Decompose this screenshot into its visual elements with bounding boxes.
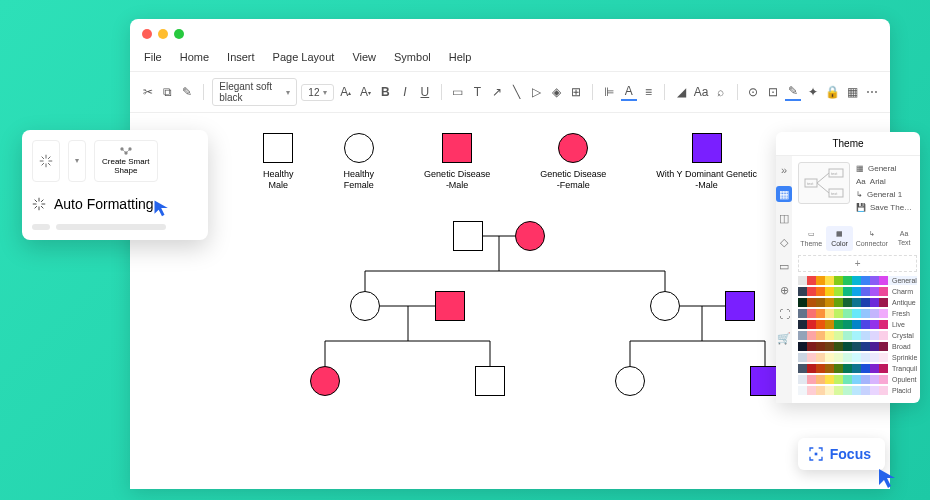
color-swatch[interactable]	[834, 364, 843, 373]
color-swatch[interactable]	[870, 342, 879, 351]
color-swatch[interactable]	[861, 386, 870, 395]
color-swatch[interactable]	[861, 331, 870, 340]
menu-view[interactable]: View	[352, 51, 376, 63]
menu-help[interactable]: Help	[449, 51, 472, 63]
color-swatch[interactable]	[861, 342, 870, 351]
color-swatch[interactable]	[879, 287, 888, 296]
color-swatch[interactable]	[879, 309, 888, 318]
minimize-window-button[interactable]	[158, 29, 168, 39]
color-swatch[interactable]	[870, 309, 879, 318]
group-icon[interactable]: ⊞	[568, 83, 584, 101]
menu-insert[interactable]: Insert	[227, 51, 255, 63]
export-icon[interactable]: ⊡	[765, 83, 781, 101]
color-swatch[interactable]	[798, 320, 807, 329]
menu-file[interactable]: File	[144, 51, 162, 63]
create-smart-shape-button[interactable]: Create Smart Shape	[94, 140, 158, 182]
menu-symbol[interactable]: Symbol	[394, 51, 431, 63]
color-swatch[interactable]	[870, 287, 879, 296]
color-swatch[interactable]	[843, 375, 852, 384]
color-swatch[interactable]	[843, 320, 852, 329]
focus-callout[interactable]: Focus	[798, 438, 885, 470]
color-swatch[interactable]	[798, 375, 807, 384]
color-swatch[interactable]	[843, 364, 852, 373]
lock-icon[interactable]: 🔒	[825, 83, 841, 101]
font-style-icon[interactable]: Aa	[693, 83, 709, 101]
store-tab-icon[interactable]: 🛒	[776, 330, 792, 346]
color-swatch[interactable]	[870, 331, 879, 340]
auto-formatting-button[interactable]: Auto Formatting	[32, 192, 198, 216]
swatch-row[interactable]: Sprinkle	[798, 353, 917, 362]
color-swatch[interactable]	[807, 298, 816, 307]
close-window-button[interactable]	[142, 29, 152, 39]
color-swatch[interactable]	[870, 364, 879, 373]
color-swatch[interactable]	[825, 342, 834, 351]
color-swatch[interactable]	[852, 375, 861, 384]
color-swatch[interactable]	[825, 309, 834, 318]
theme-item-general[interactable]: ▦General	[856, 162, 917, 175]
theme-item-arial[interactable]: AaArial	[856, 175, 917, 188]
color-swatch[interactable]	[861, 276, 870, 285]
color-swatch[interactable]	[843, 342, 852, 351]
color-swatch[interactable]	[852, 287, 861, 296]
pedigree-node-female-affected[interactable]	[310, 366, 340, 396]
color-swatch[interactable]	[870, 386, 879, 395]
color-swatch[interactable]	[834, 331, 843, 340]
color-swatch[interactable]	[807, 320, 816, 329]
add-theme-button[interactable]: +	[798, 255, 917, 272]
color-swatch[interactable]	[816, 353, 825, 362]
color-swatch[interactable]	[870, 375, 879, 384]
pedigree-node-female[interactable]	[650, 291, 680, 321]
color-swatch[interactable]	[798, 298, 807, 307]
color-swatch[interactable]	[798, 287, 807, 296]
swatch-row[interactable]: Fresh	[798, 309, 917, 318]
color-swatch[interactable]	[834, 353, 843, 362]
color-swatch[interactable]	[843, 309, 852, 318]
color-swatch[interactable]	[816, 320, 825, 329]
font-size-select[interactable]: 12▾	[301, 84, 333, 101]
copy-icon[interactable]: ⧉	[160, 83, 176, 101]
collapse-icon[interactable]: »	[776, 162, 792, 178]
color-swatch[interactable]	[807, 287, 816, 296]
italic-icon[interactable]: I	[397, 83, 413, 101]
color-swatch[interactable]	[879, 276, 888, 285]
swatch-row[interactable]: Antique	[798, 298, 917, 307]
color-swatch[interactable]	[807, 375, 816, 384]
color-swatch[interactable]	[816, 342, 825, 351]
color-swatch[interactable]	[843, 331, 852, 340]
color-swatch[interactable]	[825, 353, 834, 362]
line-style-icon[interactable]: ≡	[641, 83, 657, 101]
color-swatch[interactable]	[852, 342, 861, 351]
color-swatch[interactable]	[843, 353, 852, 362]
color-swatch[interactable]	[879, 364, 888, 373]
color-swatch[interactable]	[852, 353, 861, 362]
color-swatch[interactable]	[861, 320, 870, 329]
font-name-select[interactable]: Elegant soft black▾	[212, 78, 297, 106]
color-swatch[interactable]	[861, 375, 870, 384]
color-swatch[interactable]	[852, 331, 861, 340]
image-tab-icon[interactable]: ◫	[776, 210, 792, 226]
shape-tab-icon[interactable]: ◇	[776, 234, 792, 250]
color-swatch[interactable]	[843, 298, 852, 307]
color-swatch[interactable]	[816, 375, 825, 384]
theme-preview[interactable]: texttexttext	[798, 162, 850, 204]
color-swatch[interactable]	[816, 276, 825, 285]
color-swatch[interactable]	[825, 320, 834, 329]
color-swatch[interactable]	[798, 386, 807, 395]
color-swatch[interactable]	[807, 353, 816, 362]
color-swatch[interactable]	[870, 320, 879, 329]
color-swatch[interactable]	[834, 298, 843, 307]
color-swatch[interactable]	[825, 287, 834, 296]
pedigree-node-male[interactable]	[475, 366, 505, 396]
underline-icon[interactable]: U	[417, 83, 433, 101]
color-swatch[interactable]	[834, 309, 843, 318]
theme-tab-icon[interactable]: ▦	[776, 186, 792, 202]
tab-color[interactable]: ▦Color	[826, 226, 852, 251]
color-swatch[interactable]	[825, 298, 834, 307]
color-swatch[interactable]	[879, 386, 888, 395]
color-swatch[interactable]	[834, 342, 843, 351]
color-swatch[interactable]	[807, 364, 816, 373]
pedigree-node-male[interactable]	[453, 221, 483, 251]
format-painter-icon[interactable]: ✎	[180, 83, 196, 101]
swatch-row[interactable]: Placid	[798, 386, 917, 395]
swatch-row[interactable]: Charm	[798, 287, 917, 296]
